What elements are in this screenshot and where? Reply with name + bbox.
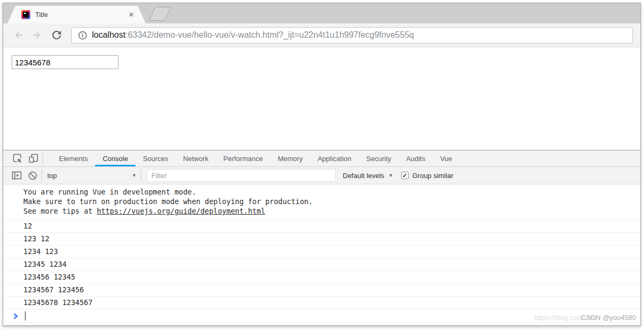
- console-log-entry: 123 12: [3, 233, 640, 246]
- intellij-idea-favicon-icon: [21, 10, 30, 19]
- vue-watch-text-input[interactable]: [12, 55, 118, 69]
- devtools-panel: Elements Console Sources Network Perform…: [3, 150, 640, 325]
- console-log-entry: 12: [3, 220, 640, 233]
- console-prompt-chevron-icon: [13, 313, 18, 319]
- log-levels-label: Default levels: [343, 172, 384, 180]
- forward-arrow-icon: [31, 29, 43, 41]
- reload-icon: [51, 30, 62, 41]
- csdn-watermark: https://blog.csdn.net CSDN @you4580: [534, 314, 636, 322]
- tab-memory[interactable]: Memory: [270, 150, 310, 166]
- devtools-tab-bar: Elements Console Sources Network Perform…: [3, 150, 640, 167]
- tab-performance[interactable]: Performance: [216, 150, 270, 166]
- group-similar-checkbox[interactable]: ✓: [401, 172, 409, 179]
- new-tab-button[interactable]: [149, 7, 171, 21]
- toggle-device-toolbar-button[interactable]: [26, 151, 41, 165]
- chevron-down-icon: ▼: [132, 173, 137, 178]
- page-content: [3, 47, 640, 150]
- forward-button[interactable]: [30, 28, 45, 43]
- browser-tab[interactable]: Title ×: [7, 6, 146, 23]
- back-button[interactable]: [11, 28, 26, 43]
- context-label: top: [47, 172, 57, 180]
- devtools-tabs: Elements Console Sources Network Perform…: [52, 150, 460, 166]
- inspect-element-button[interactable]: [10, 151, 26, 165]
- log-levels-dropdown[interactable]: Default levels ▼: [343, 172, 393, 180]
- tab-application[interactable]: Application: [310, 150, 359, 166]
- vue-message-line: See more tips at https://vuejs.org/guide…: [23, 206, 640, 216]
- inspect-cursor-icon: [13, 154, 22, 163]
- console-log-entry: 123456 12345: [3, 271, 640, 284]
- dock-sidebar-icon: [12, 171, 22, 180]
- vue-message-prefix: See more tips at: [23, 207, 97, 215]
- page-info-icon[interactable]: [78, 31, 87, 40]
- device-toolbar-icon: [29, 154, 39, 163]
- reload-button[interactable]: [49, 28, 64, 43]
- browser-window: Title × localhost:63342/demo-vue/hello-v…: [3, 3, 641, 326]
- url-text: localhost:63342/demo-vue/hello-vue/v-wat…: [92, 30, 414, 40]
- clear-console-button[interactable]: [24, 168, 40, 182]
- console-sidebar-button[interactable]: [9, 168, 24, 182]
- console-filter-input[interactable]: [147, 169, 336, 182]
- url-host: localhost: [92, 30, 125, 39]
- vue-deployment-link[interactable]: https://vuejs.org/guide/deployment.html: [97, 207, 265, 215]
- tab-title: Title: [35, 11, 129, 19]
- tab-close-icon[interactable]: ×: [129, 10, 134, 19]
- text-caret: [25, 311, 26, 320]
- console-message-vue-dev-mode: You are running Vue in development mode.…: [3, 184, 640, 220]
- tab-vue[interactable]: Vue: [433, 150, 460, 166]
- browser-toolbar: localhost:63342/demo-vue/hello-vue/v-wat…: [3, 23, 640, 47]
- tab-sources[interactable]: Sources: [135, 150, 176, 166]
- toolbar-separator: [141, 170, 141, 181]
- toolbar-separator: [41, 170, 42, 181]
- tab-security[interactable]: Security: [359, 150, 399, 166]
- console-log-entry: 1234567 123456: [3, 284, 640, 297]
- console-log-entry: 12345678 1234567: [3, 297, 640, 309]
- console-toolbar: top ▼ Default levels ▼ ✓ Group similar: [3, 167, 640, 184]
- console-output: You are running Vue in development mode.…: [3, 184, 640, 325]
- tab-network[interactable]: Network: [176, 150, 216, 166]
- address-bar[interactable]: localhost:63342/demo-vue/hello-vue/v-wat…: [71, 27, 633, 44]
- vue-message-line: You are running Vue in development mode.: [23, 187, 640, 197]
- tab-audits[interactable]: Audits: [399, 150, 433, 166]
- tab-elements[interactable]: Elements: [52, 150, 95, 166]
- tab-console[interactable]: Console: [95, 150, 135, 166]
- vue-message-line: Make sure to turn on production mode whe…: [23, 197, 640, 206]
- console-log-entry: 12345 1234: [3, 258, 640, 271]
- execution-context-selector[interactable]: top ▼: [47, 172, 137, 180]
- console-log-entry: 1234 123: [3, 246, 640, 258]
- toolbar-separator: [43, 153, 43, 164]
- chevron-down-icon: ▼: [388, 173, 393, 178]
- clear-console-icon: [28, 171, 37, 180]
- back-arrow-icon: [12, 29, 24, 41]
- url-path: :63342/demo-vue/hello-vue/v-watch.html?_…: [125, 30, 414, 39]
- watermark-handle: CSDN @you4580: [581, 314, 636, 322]
- group-similar-label: Group similar: [412, 172, 453, 180]
- browser-tab-strip: Title ×: [3, 3, 640, 23]
